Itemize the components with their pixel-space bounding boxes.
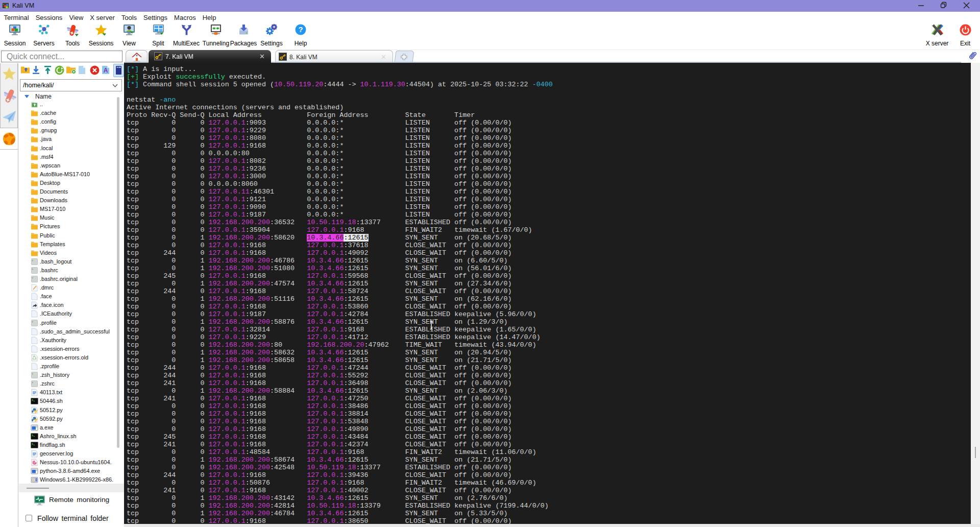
svg-text:>_: >_ bbox=[3, 4, 6, 6]
svg-text:?: ? bbox=[298, 25, 303, 34]
svg-text:A: A bbox=[104, 67, 108, 74]
